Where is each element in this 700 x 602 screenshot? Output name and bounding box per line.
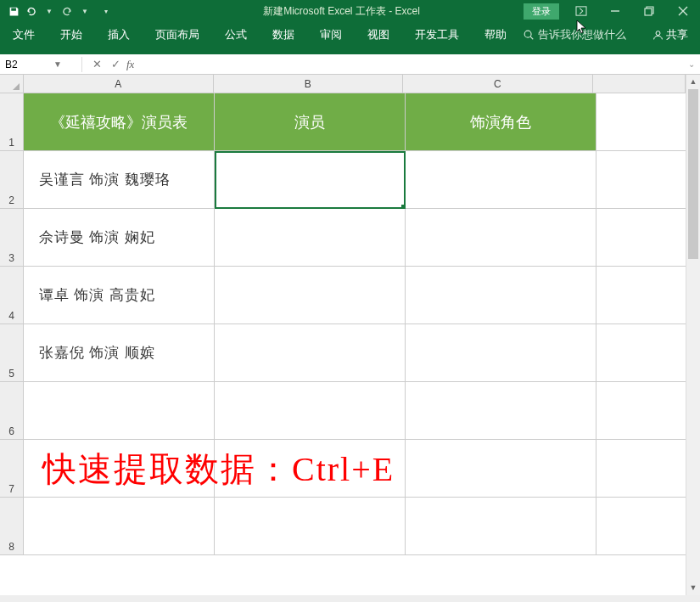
svg-point-5 bbox=[656, 31, 660, 35]
minimize-icon[interactable] bbox=[598, 0, 632, 22]
cell-d3[interactable] bbox=[596, 209, 690, 267]
cell-d5[interactable] bbox=[596, 324, 690, 382]
column-headers: A B C bbox=[24, 75, 686, 93]
cell-d7[interactable] bbox=[596, 440, 690, 498]
qat-customize-icon[interactable]: ▾ bbox=[99, 4, 113, 18]
row-headers: 1 2 3 4 5 6 7 8 bbox=[0, 93, 24, 555]
formula-bar-row: ▼ ✕ ✓ fx ⌄ bbox=[0, 54, 700, 75]
enter-formula-icon[interactable]: ✓ bbox=[106, 58, 125, 70]
cell-b5[interactable] bbox=[215, 324, 406, 382]
cell-b3[interactable] bbox=[215, 209, 406, 267]
separator bbox=[81, 57, 82, 72]
row-header-7[interactable]: 7 bbox=[0, 440, 24, 498]
tab-view[interactable]: 视图 bbox=[355, 22, 402, 48]
share-person-icon bbox=[652, 30, 664, 41]
worksheet-grid: A B C 1 2 3 4 5 6 7 8 《延禧攻略》演员表 演员 饰演角色 … bbox=[0, 75, 700, 595]
restore-icon[interactable] bbox=[632, 0, 666, 22]
cell-d2[interactable] bbox=[596, 151, 690, 209]
cell-b7[interactable] bbox=[215, 440, 406, 498]
cell-c8[interactable] bbox=[406, 498, 596, 555]
svg-point-3 bbox=[524, 31, 531, 37]
close-icon[interactable] bbox=[666, 0, 700, 22]
column-header-a[interactable]: A bbox=[24, 75, 214, 93]
svg-line-4 bbox=[530, 37, 533, 39]
cell-a3[interactable]: 佘诗曼 饰演 娴妃 bbox=[24, 209, 215, 267]
tab-help[interactable]: 帮助 bbox=[472, 22, 519, 48]
window-title: 新建Microsoft Excel 工作表 - Excel bbox=[160, 4, 524, 19]
cell-b1[interactable]: 演员 bbox=[215, 93, 406, 151]
insert-function-icon[interactable]: fx bbox=[126, 58, 134, 71]
share-label: 共享 bbox=[666, 27, 688, 42]
cell-c1[interactable]: 饰演角色 bbox=[406, 93, 596, 151]
tab-file[interactable]: 文件 bbox=[0, 22, 48, 48]
title-bar: ▼ ▼ ▾ 新建Microsoft Excel 工作表 - Excel 登录 bbox=[0, 0, 700, 22]
scroll-down-icon[interactable]: ▼ bbox=[686, 581, 700, 595]
cell-c2[interactable] bbox=[406, 151, 596, 209]
cell-a5[interactable]: 张嘉倪 饰演 顺嫔 bbox=[24, 324, 215, 382]
search-icon bbox=[523, 29, 535, 41]
cell-c7[interactable] bbox=[406, 440, 596, 498]
cell-a2[interactable]: 吴谨言 饰演 魏璎珞 bbox=[24, 151, 215, 209]
tab-insert[interactable]: 插入 bbox=[95, 22, 143, 48]
row-header-6[interactable]: 6 bbox=[0, 382, 24, 440]
cells-area[interactable]: 《延禧攻略》演员表 演员 饰演角色 吴谨言 饰演 魏璎珞 佘诗曼 饰演 娴妃 谭… bbox=[24, 93, 686, 595]
title-right-controls: 登录 bbox=[524, 0, 700, 22]
redo-icon[interactable] bbox=[60, 4, 74, 18]
tab-home[interactable]: 开始 bbox=[48, 22, 95, 48]
row-header-8[interactable]: 8 bbox=[0, 498, 24, 555]
tab-data[interactable]: 数据 bbox=[260, 22, 307, 48]
cell-d4[interactable] bbox=[596, 267, 690, 324]
save-icon[interactable] bbox=[7, 4, 20, 18]
column-header-c[interactable]: C bbox=[403, 75, 593, 93]
svg-rect-2 bbox=[645, 8, 652, 15]
scroll-thumb[interactable] bbox=[688, 89, 698, 259]
name-box[interactable] bbox=[0, 57, 51, 72]
cell-d1[interactable] bbox=[596, 93, 690, 151]
formula-bar-expand-icon[interactable]: ⌄ bbox=[683, 59, 700, 69]
row-header-3[interactable]: 3 bbox=[0, 209, 24, 267]
column-header-extra[interactable] bbox=[593, 75, 686, 93]
row-header-2[interactable]: 2 bbox=[0, 151, 24, 209]
column-header-b[interactable]: B bbox=[214, 75, 404, 93]
cell-c5[interactable] bbox=[406, 324, 596, 382]
cell-b4[interactable] bbox=[215, 267, 406, 324]
row-header-1[interactable]: 1 bbox=[0, 93, 24, 151]
svg-rect-0 bbox=[576, 7, 586, 15]
cell-d8[interactable] bbox=[596, 498, 690, 555]
cell-c6[interactable] bbox=[406, 382, 596, 440]
cell-a1[interactable]: 《延禧攻略》演员表 bbox=[24, 93, 215, 151]
row-header-4[interactable]: 4 bbox=[0, 267, 24, 324]
share-button[interactable]: 共享 bbox=[652, 27, 700, 42]
ribbon-tabs: 文件 开始 插入 页面布局 公式 数据 审阅 视图 开发工具 帮助 告诉我你想做… bbox=[0, 22, 700, 48]
row-header-5[interactable]: 5 bbox=[0, 324, 24, 382]
cell-b2-selected[interactable] bbox=[215, 151, 406, 209]
scroll-track[interactable] bbox=[686, 89, 700, 581]
cell-b6[interactable] bbox=[215, 382, 406, 440]
tab-formulas[interactable]: 公式 bbox=[212, 22, 260, 48]
scroll-up-icon[interactable]: ▲ bbox=[686, 75, 700, 89]
cell-a4[interactable]: 谭卓 饰演 高贵妃 bbox=[24, 267, 215, 324]
login-button[interactable]: 登录 bbox=[524, 3, 559, 20]
status-strip bbox=[0, 595, 700, 602]
tell-me-search[interactable]: 告诉我你想做什么 bbox=[523, 27, 626, 42]
tab-developer[interactable]: 开发工具 bbox=[402, 22, 472, 48]
tab-pagelayout[interactable]: 页面布局 bbox=[143, 22, 212, 48]
redo-dropdown-icon[interactable]: ▼ bbox=[78, 4, 92, 18]
name-box-dropdown-icon[interactable]: ▼ bbox=[51, 59, 64, 69]
cell-d6[interactable] bbox=[596, 382, 690, 440]
cell-c4[interactable] bbox=[406, 267, 596, 324]
ribbon-collapsed-strip bbox=[0, 48, 700, 54]
vertical-scrollbar[interactable]: ▲ ▼ bbox=[686, 75, 700, 595]
cell-a7[interactable] bbox=[24, 440, 215, 498]
formula-bar-input[interactable] bbox=[134, 57, 683, 72]
cancel-formula-icon[interactable]: ✕ bbox=[87, 58, 106, 70]
mouse-cursor-icon bbox=[576, 20, 588, 35]
undo-dropdown-icon[interactable]: ▼ bbox=[42, 4, 56, 18]
cell-a6[interactable] bbox=[24, 382, 215, 440]
cell-a8[interactable] bbox=[24, 498, 215, 555]
select-all-triangle[interactable] bbox=[0, 75, 24, 93]
cell-c3[interactable] bbox=[406, 209, 596, 267]
undo-icon[interactable] bbox=[25, 4, 38, 18]
tab-review[interactable]: 审阅 bbox=[307, 22, 355, 48]
cell-b8[interactable] bbox=[215, 498, 406, 555]
